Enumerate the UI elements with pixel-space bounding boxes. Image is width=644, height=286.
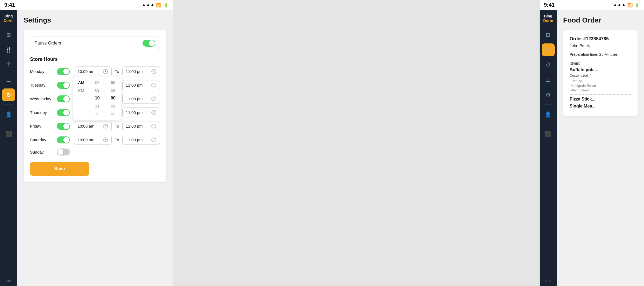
day-name-tuesday: Tuesday [30, 83, 57, 87]
signal-icon: ▲▲▲ [142, 2, 155, 7]
user-icon-right: 👤 [545, 111, 551, 118]
minutes-column: 58 59 00 01 02 [105, 76, 121, 120]
dashboard-icon: ⊞ [6, 32, 11, 38]
day-name-friday: Friday [30, 124, 57, 128]
item-1-name: Buffalo pota... [570, 68, 631, 72]
sidebar-right-dashboard[interactable]: ⊞ [542, 28, 555, 41]
sidebar-right-food[interactable]: 🍴 [542, 43, 555, 56]
saturday-open-value: 10:00 am [78, 138, 94, 142]
sidebar-divider [4, 105, 13, 105]
day-name-sunday: Sunday [30, 150, 57, 154]
logo-line2: Dorm [4, 18, 14, 23]
monday-open-time[interactable]: 10:00 am 🕐 [74, 66, 112, 76]
thursday-toggle[interactable] [57, 109, 70, 116]
time-clock-icon-fri: 🕐 [103, 124, 108, 129]
sidebar-right-logout[interactable]: ⬛ [542, 128, 555, 140]
sunday-toggle[interactable] [57, 148, 70, 155]
sidebar-right-orders[interactable]: ☰ [542, 73, 555, 86]
picker-min-58[interactable]: 58 [105, 79, 121, 86]
saturday-toggle[interactable] [57, 136, 70, 143]
tuesday-toggle[interactable] [57, 82, 70, 89]
sidebar-item-user[interactable]: 👤 [2, 108, 15, 121]
status-bar-left: 9:41 ▲▲▲ 📶 🔋 [0, 0, 173, 10]
screen-right: 9:41 ▲▲▲ 📶 🔋 Ding Dorm ⊞ 🍴 ⏱ ☰ [540, 0, 644, 286]
user-icon: 👤 [5, 111, 12, 118]
day-name-monday: Monday [30, 69, 57, 74]
time-left: 9:41 [4, 2, 15, 8]
page-title-left: Settings [24, 16, 166, 24]
saturday-open-time[interactable]: 10:00 am 🕐 [74, 135, 112, 145]
save-button[interactable]: Save [30, 162, 89, 176]
order-card: Order #123854785 John Petrik Preparation… [563, 30, 638, 116]
sidebar-divider2-right [544, 124, 552, 124]
settings-icon-right: ⚙ [546, 92, 551, 98]
dashboard-icon-right: ⊞ [546, 32, 550, 38]
items-label: Items: [570, 61, 631, 65]
friday-toggle[interactable] [57, 123, 70, 130]
app-logo-left: Ding Dorm [3, 13, 15, 24]
logo-line1-right: Ding [544, 14, 552, 18]
wednesday-close-value: 11:00 pm [126, 96, 143, 101]
monday-toggle[interactable] [57, 68, 70, 75]
food-order-content: Food Order Order #123854785 John Petrik … [557, 10, 644, 286]
day-name-saturday: Saturday [30, 138, 57, 142]
thursday-close-time[interactable]: 11:00 pm 🕐 [122, 107, 160, 117]
store-hours-title: Store Hours [30, 57, 160, 62]
sidebar-item-settings[interactable]: ⚙ [2, 88, 15, 101]
battery-icon-right: 🔋 [634, 2, 640, 8]
sidebar-item-food[interactable]: 🍴 [2, 43, 15, 56]
day-row-sunday: Sunday [30, 148, 160, 155]
customized-label: Customized [570, 73, 588, 77]
pause-orders-label: Pause Orders [35, 41, 61, 46]
wednesday-close-time[interactable]: 11:00 pm 🕐 [122, 94, 160, 104]
sidebar-item-logout[interactable]: ⬛ [2, 128, 15, 140]
logo-line2-right: Dorm [543, 18, 553, 23]
custom-item-multigrain: Multigrain Bread [571, 84, 631, 88]
day-name-thursday: Thursday [30, 110, 57, 115]
sidebar-right-clock[interactable]: ⏱ [542, 58, 555, 71]
saturday-close-time[interactable]: 11:00 pm 🕐 [122, 135, 160, 145]
picker-min-01[interactable]: 01 [105, 102, 121, 110]
picker-min-59[interactable]: 59 [105, 86, 121, 94]
sidebar-item-clock[interactable]: ⏱ [2, 58, 15, 71]
friday-open-value: 10:00 am [78, 124, 94, 128]
day-name-wednesday: Wednesday [30, 96, 57, 101]
time-picker-dropdown: AM PM 08 09 10 11 12 58 [73, 76, 121, 120]
picker-hour-09[interactable]: 09 [89, 86, 105, 94]
item-2-name: Pizza Stick... [570, 97, 631, 102]
wednesday-toggle[interactable] [57, 95, 70, 102]
picker-hour-12[interactable]: 12 [89, 110, 105, 118]
pause-orders-row: Pause Orders [30, 36, 160, 50]
sidebar-version-left: V.01 [6, 280, 12, 283]
order-number: Order #123854785 [570, 36, 631, 42]
time-clock-icon-wed2: 🕐 [151, 96, 156, 101]
sidebar-right-settings[interactable]: ⚙ [542, 88, 555, 101]
battery-icon: 🔋 [163, 2, 169, 8]
clock-icon-right: ⏱ [546, 62, 551, 68]
sidebar-divider-right [544, 105, 552, 105]
friday-open-time[interactable]: 10:00 am 🕐 [74, 121, 112, 131]
picker-pm[interactable]: PM [73, 86, 89, 94]
divider-3 [570, 94, 631, 95]
sidebar-right-user[interactable]: 👤 [542, 108, 555, 121]
tuesday-close-time[interactable]: 11:00 pm 🕐 [122, 80, 160, 90]
picker-am[interactable]: AM [73, 79, 89, 86]
time-clock-icon-thu2: 🕐 [151, 110, 156, 115]
monday-close-time[interactable]: 11:00 pm 🕐 [122, 66, 160, 76]
pause-orders-toggle[interactable] [142, 40, 155, 47]
picker-hour-08[interactable]: 08 [89, 79, 105, 86]
signal-icon-right: ▲▲▲ [613, 2, 626, 7]
picker-hour-10[interactable]: 10 [89, 94, 105, 102]
sidebar-item-orders[interactable]: ☰ [2, 73, 15, 86]
sidebar-item-dashboard[interactable]: ⊞ [2, 28, 15, 41]
picker-min-00[interactable]: 00 [105, 94, 121, 102]
tuesday-close-value: 11:00 pm [126, 83, 143, 87]
orders-icon: ☰ [6, 77, 11, 83]
logout-icon-right: ⬛ [545, 131, 551, 137]
friday-close-time[interactable]: 11:00 pm 🕐 [122, 121, 160, 131]
picker-hour-11[interactable]: 11 [89, 102, 105, 110]
picker-min-02[interactable]: 02 [105, 110, 121, 118]
app-layout-left: Ding Dorm ⊞ 🍴 ⏱ ☰ ⚙ 👤 [0, 10, 173, 286]
time-clock-icon: 🕐 [103, 69, 108, 74]
chevron-up-icon[interactable]: ⌃ [589, 74, 592, 77]
